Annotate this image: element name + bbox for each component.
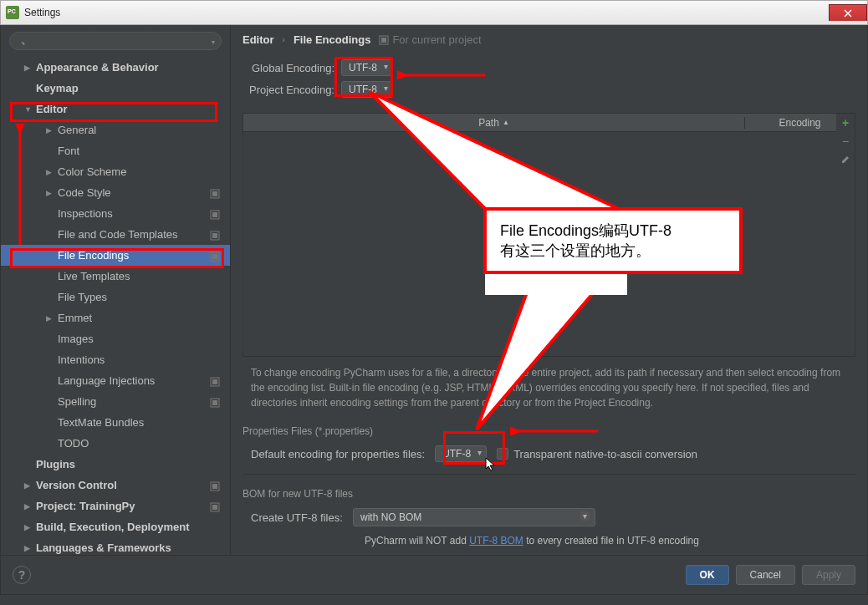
remove-row-button[interactable]: −: [836, 132, 855, 150]
sidebar-item-label: Emmet: [58, 312, 92, 324]
sidebar-item-file-encodings[interactable]: File Encodings: [1, 245, 230, 266]
sidebar-item-language-injections[interactable]: Language Injections: [1, 370, 230, 391]
sidebar-item-label: File Encodings: [58, 249, 129, 262]
search-input[interactable]: [9, 32, 222, 50]
sidebar-item-languages-frameworks[interactable]: Languages & Frameworks: [1, 537, 230, 555]
sidebar-item-label: Intentions: [58, 353, 105, 366]
app-icon: [6, 6, 19, 19]
sidebar-item-file-and-code-templates[interactable]: File and Code Templates: [1, 224, 230, 245]
svg-rect-17: [381, 38, 386, 43]
sidebar-item-emmet[interactable]: Emmet: [1, 308, 230, 328]
sidebar-item-label: Color Scheme: [58, 165, 126, 178]
svg-rect-9: [212, 379, 217, 384]
bom-section-label: BOM for new UTF-8 files: [231, 481, 867, 503]
sidebar-item-label: File Types: [58, 291, 107, 303]
sidebar-item-label: General: [58, 124, 96, 136]
project-encoding-label: Project Encoding:: [243, 84, 334, 96]
sidebar-item-label: File and Code Templates: [58, 228, 178, 241]
sidebar-item-label: Live Templates: [58, 270, 130, 282]
sidebar-item-general[interactable]: General: [1, 119, 230, 140]
sidebar-item-file-types[interactable]: File Types: [1, 287, 230, 308]
sidebar-item-color-scheme[interactable]: Color Scheme: [1, 161, 230, 182]
window-close-button[interactable]: [829, 4, 867, 21]
sidebar-item-label: Languages & Frameworks: [36, 541, 171, 554]
tree-arrow-icon: [24, 481, 33, 490]
sidebar-item-version-control[interactable]: Version Control: [1, 475, 230, 496]
project-scope-icon: [210, 377, 220, 387]
add-row-button[interactable]: +: [836, 114, 855, 132]
chevron-right-icon: ›: [283, 35, 285, 44]
svg-rect-15: [212, 505, 217, 510]
bom-note: PyCharm will NOT add UTF-8 BOM to every …: [231, 531, 867, 550]
svg-rect-1: [212, 191, 217, 196]
sidebar-item-label: Inspections: [58, 207, 113, 220]
sidebar-item-live-templates[interactable]: Live Templates: [1, 266, 230, 287]
tree-arrow-icon: [46, 189, 54, 197]
settings-tree[interactable]: Appearance & BehaviorKeymapEditorGeneral…: [1, 57, 230, 555]
ok-button[interactable]: OK: [686, 565, 729, 585]
tree-arrow-icon: [24, 502, 33, 511]
tree-arrow-icon: [24, 523, 33, 531]
global-encoding-label: Global Encoding:: [243, 62, 334, 74]
edit-row-button[interactable]: [836, 150, 855, 169]
sidebar-item-label: Code Style: [58, 186, 111, 199]
annotation-callout: File Encodings编码UTF-8 有这三个设置的地方。: [483, 207, 743, 274]
create-utf8-label: Create UTF-8 files:: [251, 511, 343, 524]
sidebar-item-code-style[interactable]: Code Style: [1, 182, 230, 203]
sidebar-item-inspections[interactable]: Inspections: [1, 203, 230, 224]
sidebar-item-todo[interactable]: TODO: [1, 433, 230, 454]
create-utf8-dropdown[interactable]: with NO BOM: [353, 508, 595, 526]
svg-marker-22: [477, 292, 594, 430]
tree-arrow-icon: [24, 64, 33, 72]
search-dropdown-icon[interactable]: ▾: [212, 38, 215, 46]
sidebar-item-appearance-behavior[interactable]: Appearance & Behavior: [1, 57, 230, 78]
tree-arrow-icon: [46, 314, 54, 323]
project-icon: [379, 35, 389, 45]
default-props-encoding-dropdown[interactable]: UTF-8: [435, 445, 487, 462]
svg-rect-13: [212, 484, 217, 489]
sidebar-item-label: TextMate Bundles: [58, 416, 144, 429]
sidebar-item-label: Font: [58, 145, 79, 157]
tree-arrow-icon: [46, 168, 54, 176]
window-title: Settings: [24, 7, 60, 18]
sidebar-item-label: Language Injections: [58, 374, 155, 387]
project-scope-icon: [210, 189, 220, 199]
sidebar-item-keymap[interactable]: Keymap: [1, 78, 230, 99]
sidebar-item-spelling[interactable]: Spelling: [1, 391, 230, 412]
help-button[interactable]: ?: [13, 566, 31, 584]
sidebar-item-textmate-bundles[interactable]: TextMate Bundles: [1, 412, 230, 433]
cursor-icon: [485, 457, 497, 475]
sidebar-item-plugins[interactable]: Plugins: [1, 454, 230, 475]
sidebar-item-label: Images: [58, 333, 94, 345]
utf8-bom-link[interactable]: UTF-8 BOM: [469, 535, 523, 547]
project-scope-icon: [210, 252, 220, 262]
tree-arrow-icon: [46, 126, 54, 135]
svg-rect-3: [212, 212, 217, 217]
global-encoding-dropdown[interactable]: UTF-8: [341, 59, 393, 76]
tree-arrow-icon: [24, 105, 33, 114]
sidebar-item-editor[interactable]: Editor: [1, 99, 230, 119]
native-to-ascii-label: Transparent native-to-ascii conversion: [513, 448, 697, 460]
sidebar-item-label: Project: TrainingPy: [36, 500, 135, 512]
sidebar-item-label: Keymap: [36, 82, 79, 94]
sidebar-item-label: Spelling: [58, 395, 96, 408]
sidebar-item-intentions[interactable]: Intentions: [1, 349, 230, 370]
sidebar-item-font[interactable]: Font: [1, 140, 230, 161]
window-titlebar: Settings: [0, 0, 868, 25]
settings-sidebar: ▾ Appearance & BehaviorKeymapEditorGener…: [1, 25, 231, 555]
project-scope-icon: [210, 502, 220, 512]
sidebar-item-build-execution-deployment[interactable]: Build, Execution, Deployment: [1, 516, 230, 537]
sidebar-item-label: Appearance & Behavior: [36, 61, 159, 74]
native-to-ascii-checkbox[interactable]: [497, 448, 508, 460]
sidebar-item-project-trainingpy[interactable]: Project: TrainingPy: [1, 496, 230, 516]
sidebar-item-label: Editor: [36, 103, 68, 115]
sidebar-item-label: Version Control: [36, 479, 117, 491]
sidebar-item-images[interactable]: Images: [1, 328, 230, 349]
apply-button[interactable]: Apply: [802, 565, 855, 585]
for-project-label: For current project: [392, 33, 481, 46]
breadcrumb-current: File Encodings: [294, 33, 370, 46]
svg-rect-7: [212, 254, 217, 259]
sidebar-item-label: TODO: [58, 437, 89, 450]
cancel-button[interactable]: Cancel: [736, 565, 795, 585]
project-scope-icon: [210, 398, 220, 408]
